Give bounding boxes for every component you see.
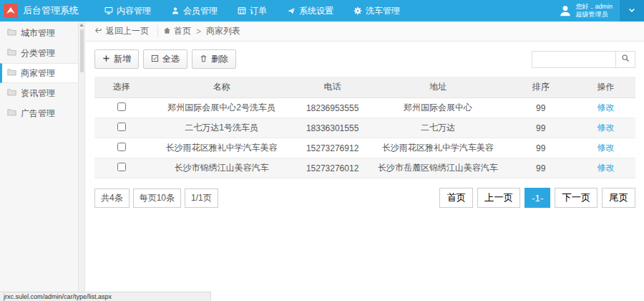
sidebar-item-label: 商家管理 <box>21 67 55 80</box>
edit-link[interactable]: 修改 <box>597 143 614 153</box>
calendar-icon <box>238 6 246 15</box>
app-logo-icon <box>4 4 18 18</box>
status-url: jrxc.sulel.com/admin/car/type/list.aspx <box>4 293 112 300</box>
chevron-down-icon <box>628 6 636 16</box>
nav-label: 洗车管理 <box>366 5 400 17</box>
user-avatar-icon <box>559 4 572 17</box>
trash-icon <box>200 54 208 64</box>
gear-icon <box>353 6 362 15</box>
breadcrumb-separator: > <box>196 27 201 37</box>
search-icon <box>621 54 630 64</box>
folder-icon <box>7 48 16 58</box>
folder-icon <box>7 88 16 98</box>
table-row: 郑州国际会展中心2号洗车员 18236953555 郑州国际会展中心 99 修改 <box>94 98 635 118</box>
add-label: 新增 <box>114 53 131 65</box>
row-select-checkbox[interactable] <box>117 102 126 111</box>
per-page-info: 每页10条 <box>133 188 181 208</box>
back-arrow-icon <box>94 27 102 37</box>
delete-button[interactable]: 删除 <box>192 49 236 69</box>
app-title: 后台管理系统 <box>23 4 79 17</box>
cell-address: 郑州国际会展中心 <box>371 98 506 118</box>
edit-link[interactable]: 修改 <box>597 123 614 133</box>
folder-icon <box>7 28 16 38</box>
first-page-button[interactable]: 首页 <box>439 188 473 208</box>
select-all-icon <box>151 54 159 64</box>
topbar: 后台管理系统 内容管理 会员管理 订单 系统设置 洗车管理 <box>0 0 644 22</box>
sidebar-item-ads[interactable]: 广告管理 <box>0 103 78 123</box>
edit-link[interactable]: 修改 <box>597 102 614 113</box>
pager-buttons: 首页 上一页 -1- 下一页 尾页 <box>439 188 635 208</box>
sidebar-item-category[interactable]: 分类管理 <box>0 43 78 63</box>
plus-icon <box>102 54 110 64</box>
table-row: 长沙市锦绣江山美容汽车 15273276012 长沙市岳麓区锦绣江山美容汽车 9… <box>94 158 635 178</box>
main-content: 返回上一页 首页 > 商家列表 新增 全选 删除 <box>86 22 644 301</box>
header-action: 操作 <box>576 77 635 98</box>
header-phone: 电话 <box>295 77 371 98</box>
cell-phone: 18236953555 <box>295 98 371 118</box>
select-all-button[interactable]: 全选 <box>143 49 187 69</box>
cell-phone: 15273276912 <box>295 138 371 158</box>
sidebar-item-merchant[interactable]: 商家管理 <box>0 63 78 83</box>
folder-icon <box>7 68 16 78</box>
nav-item-carwash[interactable]: 洗车管理 <box>343 0 410 22</box>
pagination: 共4条 每页10条 1/1页 首页 上一页 -1- 下一页 尾页 <box>94 188 635 208</box>
cell-sort: 99 <box>506 98 576 118</box>
nav-item-settings[interactable]: 系统设置 <box>277 0 343 22</box>
table-row: 长沙雨花区雅礼中学汽车美容 15273276912 长沙雨花区雅礼中学汽车美容 … <box>94 138 635 158</box>
nav-label: 订单 <box>250 5 267 17</box>
scrollbar-thumb[interactable] <box>80 29 84 72</box>
home-icon <box>163 27 171 37</box>
row-select-checkbox[interactable] <box>117 123 126 131</box>
row-select-checkbox[interactable] <box>117 163 126 171</box>
cell-name: 长沙雨花区雅礼中学汽车美容 <box>149 138 295 158</box>
header-select: 选择 <box>94 77 149 98</box>
sidebar-item-news[interactable]: 资讯管理 <box>0 83 78 103</box>
row-select-checkbox[interactable] <box>117 143 126 151</box>
total-count: 共4条 <box>94 188 130 208</box>
sidebar-scrollbar[interactable] <box>79 22 85 301</box>
back-link[interactable]: 返回上一页 <box>94 25 158 37</box>
sidebar: 城市管理 分类管理 商家管理 资讯管理 广告管理 <box>0 22 79 301</box>
nav-label: 内容管理 <box>117 5 151 17</box>
nav-label: 会员管理 <box>183 5 218 17</box>
cell-name: 二七万达1号洗车员 <box>149 118 295 138</box>
user-role: 超级管理员 <box>575 11 613 19</box>
search-input[interactable] <box>532 51 616 68</box>
header-name: 名称 <box>149 77 295 98</box>
table-row: 二七万达1号洗车员 18336301555 二七万达 99 修改 <box>94 118 635 138</box>
prev-page-button[interactable]: 上一页 <box>477 188 520 208</box>
cell-sort: 99 <box>506 118 576 138</box>
cell-phone: 15273276012 <box>295 158 371 178</box>
cell-phone: 18336301555 <box>295 118 371 138</box>
scroll-up-arrow-icon[interactable] <box>79 24 84 27</box>
sidebar-item-city[interactable]: 城市管理 <box>0 23 78 43</box>
next-page-button[interactable]: 下一页 <box>555 188 597 208</box>
cell-sort: 99 <box>506 138 576 158</box>
breadcrumb-home[interactable]: 首页 <box>163 25 191 37</box>
toolbar: 新增 全选 删除 <box>86 42 644 75</box>
main-nav: 内容管理 会员管理 订单 系统设置 洗车管理 <box>94 0 410 22</box>
search-button[interactable] <box>616 51 635 68</box>
cell-address: 长沙市岳麓区锦绣江山美容汽车 <box>371 158 506 178</box>
page-indicator: 1/1页 <box>185 188 218 208</box>
cell-sort: 99 <box>506 158 576 178</box>
edit-link[interactable]: 修改 <box>597 163 614 173</box>
admin-page: 后台管理系统 内容管理 会员管理 订单 系统设置 洗车管理 <box>0 0 644 301</box>
header-sort: 排序 <box>506 77 576 98</box>
nav-item-content[interactable]: 内容管理 <box>94 0 161 22</box>
user-area: 您好，admin 超级管理员 <box>559 0 644 22</box>
sidebar-item-label: 城市管理 <box>21 27 55 39</box>
cell-name: 郑州国际会展中心2号洗车员 <box>149 98 295 118</box>
sidebar-item-label: 广告管理 <box>21 108 55 120</box>
header-address: 地址 <box>371 77 506 98</box>
nav-item-members[interactable]: 会员管理 <box>161 0 228 22</box>
last-page-button[interactable]: 尾页 <box>602 188 635 208</box>
user-info: 您好，admin 超级管理员 <box>575 3 613 19</box>
sidebar-item-label: 分类管理 <box>21 47 55 59</box>
merchant-table: 选择 名称 电话 地址 排序 操作 郑州国际会展中心2号洗车员 18236953… <box>94 77 635 178</box>
current-page-button[interactable]: -1- <box>525 188 550 208</box>
add-button[interactable]: 新增 <box>94 49 139 69</box>
nav-item-orders[interactable]: 订单 <box>228 0 277 22</box>
status-bar: jrxc.sulel.com/admin/car/type/list.aspx <box>0 292 211 301</box>
user-menu-button[interactable] <box>620 0 644 22</box>
